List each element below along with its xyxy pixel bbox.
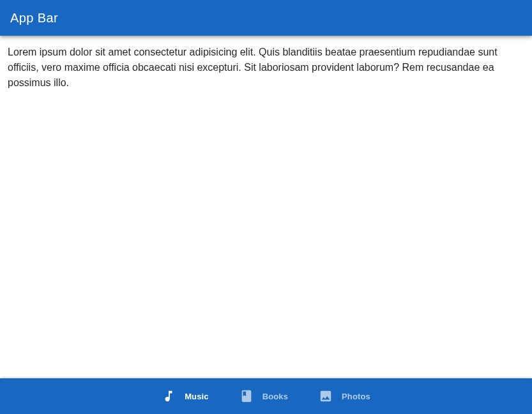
- bottom-navigation: Music Books Photos: [0, 378, 532, 414]
- nav-item-label: Photos: [342, 392, 370, 401]
- bottom-nav-inner: Music Books Photos: [146, 378, 386, 414]
- nav-item-books[interactable]: Books: [224, 378, 303, 414]
- nav-item-label: Books: [262, 392, 288, 401]
- nav-item-music[interactable]: Music: [146, 378, 224, 414]
- nav-item-label: Music: [185, 392, 209, 401]
- nav-item-photos[interactable]: Photos: [303, 378, 386, 414]
- main-content: Lorem ipsum dolor sit amet consectetur a…: [0, 36, 532, 378]
- image-icon: [319, 389, 333, 403]
- app-bar-title: App Bar: [10, 11, 58, 26]
- book-icon: [239, 389, 254, 403]
- body-paragraph: Lorem ipsum dolor sit amet consectetur a…: [8, 45, 524, 91]
- app-bar: App Bar: [0, 0, 532, 36]
- music-note-icon: [162, 389, 176, 403]
